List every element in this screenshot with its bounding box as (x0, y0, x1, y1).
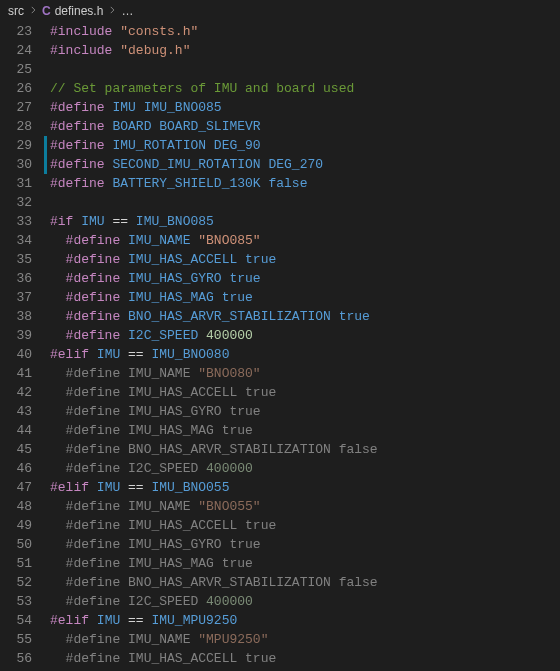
code-line[interactable]: 39 #define I2C_SPEED 400000 (0, 326, 560, 345)
code-content[interactable] (50, 193, 560, 212)
code-line[interactable]: 38 #define BNO_HAS_ARVR_STABILIZATION tr… (0, 307, 560, 326)
line-number[interactable]: 31 (0, 174, 50, 193)
code-line[interactable]: 24#include "debug.h" (0, 41, 560, 60)
code-content[interactable]: #define BATTERY_SHIELD_130K false (50, 174, 560, 193)
line-number[interactable]: 46 (0, 459, 50, 478)
code-line[interactable]: 30#define SECOND_IMU_ROTATION DEG_270 (0, 155, 560, 174)
code-line[interactable]: 29#define IMU_ROTATION DEG_90 (0, 136, 560, 155)
code-line[interactable]: 48 #define IMU_NAME "BNO055" (0, 497, 560, 516)
line-number[interactable]: 29 (0, 136, 50, 155)
line-number[interactable]: 27 (0, 98, 50, 117)
breadcrumb-more[interactable]: … (121, 4, 133, 18)
line-number[interactable]: 24 (0, 41, 50, 60)
line-number[interactable]: 30 (0, 155, 50, 174)
line-number[interactable]: 45 (0, 440, 50, 459)
line-number[interactable]: 44 (0, 421, 50, 440)
line-number[interactable]: 33 (0, 212, 50, 231)
line-number[interactable]: 48 (0, 497, 50, 516)
code-content[interactable]: #define IMU_HAS_ACCELL true (50, 649, 560, 668)
code-content[interactable]: #define BNO_HAS_ARVR_STABILIZATION false (50, 573, 560, 592)
line-number[interactable]: 42 (0, 383, 50, 402)
line-number[interactable]: 53 (0, 592, 50, 611)
code-content[interactable]: #define IMU_HAS_GYRO true (50, 535, 560, 554)
code-line[interactable]: 31#define BATTERY_SHIELD_130K false (0, 174, 560, 193)
code-content[interactable]: #define IMU_HAS_ACCELL true (50, 250, 560, 269)
code-content[interactable]: #define IMU_NAME "MPU9250" (50, 630, 560, 649)
line-number[interactable]: 34 (0, 231, 50, 250)
code-content[interactable]: #define IMU IMU_BNO085 (50, 98, 560, 117)
code-line[interactable]: 25 (0, 60, 560, 79)
code-line[interactable]: 47#elif IMU == IMU_BNO055 (0, 478, 560, 497)
code-line[interactable]: 50 #define IMU_HAS_GYRO true (0, 535, 560, 554)
code-content[interactable]: #define BNO_HAS_ARVR_STABILIZATION false (50, 440, 560, 459)
code-line[interactable]: 46 #define I2C_SPEED 400000 (0, 459, 560, 478)
code-line[interactable]: 42 #define IMU_HAS_ACCELL true (0, 383, 560, 402)
line-number[interactable]: 55 (0, 630, 50, 649)
code-content[interactable]: #define IMU_HAS_ACCELL true (50, 383, 560, 402)
line-number[interactable]: 39 (0, 326, 50, 345)
code-line[interactable]: 27#define IMU IMU_BNO085 (0, 98, 560, 117)
code-content[interactable]: #define IMU_NAME "BNO080" (50, 364, 560, 383)
line-number[interactable]: 35 (0, 250, 50, 269)
code-line[interactable]: 51 #define IMU_HAS_MAG true (0, 554, 560, 573)
code-content[interactable]: #define IMU_HAS_ACCELL true (50, 516, 560, 535)
code-content[interactable]: #define BNO_HAS_ARVR_STABILIZATION true (50, 307, 560, 326)
line-number[interactable]: 54 (0, 611, 50, 630)
breadcrumb-file[interactable]: defines.h (55, 4, 104, 18)
line-number[interactable]: 28 (0, 117, 50, 136)
code-content[interactable]: #define IMU_NAME "BNO085" (50, 231, 560, 250)
line-number[interactable]: 26 (0, 79, 50, 98)
code-line[interactable]: 35 #define IMU_HAS_ACCELL true (0, 250, 560, 269)
code-content[interactable]: #define I2C_SPEED 400000 (50, 326, 560, 345)
code-line[interactable]: 36 #define IMU_HAS_GYRO true (0, 269, 560, 288)
code-content[interactable]: #elif IMU == IMU_BNO055 (50, 478, 560, 497)
code-content[interactable] (50, 60, 560, 79)
code-content[interactable]: #define SECOND_IMU_ROTATION DEG_270 (50, 155, 560, 174)
code-content[interactable]: #elif IMU == IMU_MPU9250 (50, 611, 560, 630)
code-line[interactable]: 52 #define BNO_HAS_ARVR_STABILIZATION fa… (0, 573, 560, 592)
code-content[interactable]: #if IMU == IMU_BNO085 (50, 212, 560, 231)
breadcrumb-folder[interactable]: src (8, 4, 24, 18)
code-line[interactable]: 34 #define IMU_NAME "BNO085" (0, 231, 560, 250)
line-number[interactable]: 50 (0, 535, 50, 554)
line-number[interactable]: 43 (0, 402, 50, 421)
line-number[interactable]: 23 (0, 22, 50, 41)
code-line[interactable]: 49 #define IMU_HAS_ACCELL true (0, 516, 560, 535)
code-content[interactable]: #define I2C_SPEED 400000 (50, 459, 560, 478)
code-line[interactable]: 33#if IMU == IMU_BNO085 (0, 212, 560, 231)
code-content[interactable]: #include "debug.h" (50, 41, 560, 60)
line-number[interactable]: 36 (0, 269, 50, 288)
code-line[interactable]: 26// Set parameters of IMU and board use… (0, 79, 560, 98)
code-line[interactable]: 43 #define IMU_HAS_GYRO true (0, 402, 560, 421)
line-number[interactable]: 41 (0, 364, 50, 383)
code-content[interactable]: #define IMU_HAS_MAG true (50, 288, 560, 307)
code-line[interactable]: 53 #define I2C_SPEED 400000 (0, 592, 560, 611)
code-content[interactable]: #define IMU_HAS_MAG true (50, 554, 560, 573)
code-line[interactable]: 54#elif IMU == IMU_MPU9250 (0, 611, 560, 630)
line-number[interactable]: 52 (0, 573, 50, 592)
code-content[interactable]: #define IMU_HAS_GYRO true (50, 269, 560, 288)
code-content[interactable]: #define BOARD BOARD_SLIMEVR (50, 117, 560, 136)
code-content[interactable]: #define IMU_HAS_MAG true (50, 421, 560, 440)
code-content[interactable]: // Set parameters of IMU and board used (50, 79, 560, 98)
code-line[interactable]: 23#include "consts.h" (0, 22, 560, 41)
code-line[interactable]: 28#define BOARD BOARD_SLIMEVR (0, 117, 560, 136)
code-line[interactable]: 55 #define IMU_NAME "MPU9250" (0, 630, 560, 649)
code-content[interactable]: #define IMU_ROTATION DEG_90 (50, 136, 560, 155)
code-editor[interactable]: 23#include "consts.h"24#include "debug.h… (0, 22, 560, 668)
line-number[interactable]: 25 (0, 60, 50, 79)
line-number[interactable]: 56 (0, 649, 50, 668)
code-line[interactable]: 44 #define IMU_HAS_MAG true (0, 421, 560, 440)
code-line[interactable]: 41 #define IMU_NAME "BNO080" (0, 364, 560, 383)
code-content[interactable]: #define IMU_HAS_GYRO true (50, 402, 560, 421)
code-content[interactable]: #elif IMU == IMU_BNO080 (50, 345, 560, 364)
code-line[interactable]: 32 (0, 193, 560, 212)
breadcrumb[interactable]: src C defines.h … (0, 0, 560, 22)
line-number[interactable]: 40 (0, 345, 50, 364)
code-line[interactable]: 56 #define IMU_HAS_ACCELL true (0, 649, 560, 668)
line-number[interactable]: 38 (0, 307, 50, 326)
line-number[interactable]: 51 (0, 554, 50, 573)
line-number[interactable]: 49 (0, 516, 50, 535)
code-content[interactable]: #define IMU_NAME "BNO055" (50, 497, 560, 516)
code-line[interactable]: 37 #define IMU_HAS_MAG true (0, 288, 560, 307)
